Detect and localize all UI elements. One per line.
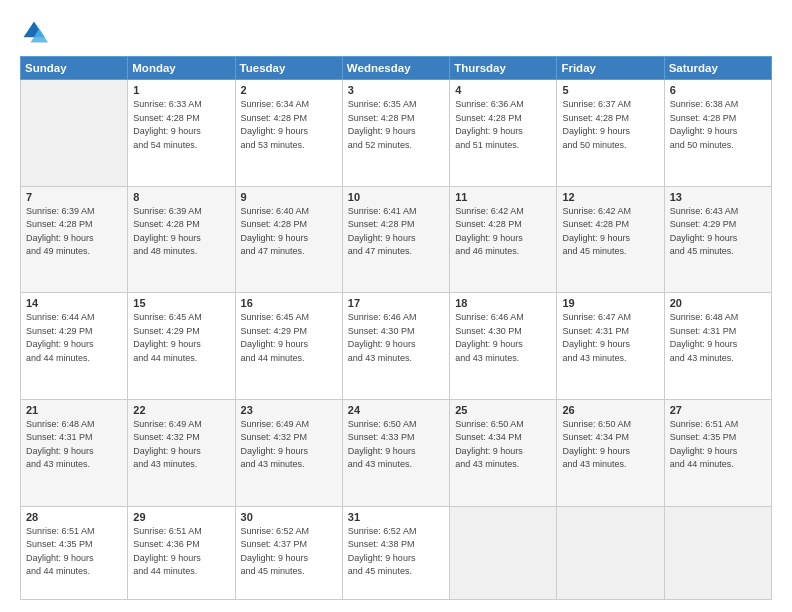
calendar-cell: 7Sunrise: 6:39 AM Sunset: 4:28 PM Daylig… — [21, 186, 128, 293]
day-header-tuesday: Tuesday — [235, 57, 342, 80]
day-info: Sunrise: 6:47 AM Sunset: 4:31 PM Dayligh… — [562, 311, 658, 365]
calendar-cell: 5Sunrise: 6:37 AM Sunset: 4:28 PM Daylig… — [557, 80, 664, 187]
calendar-cell: 22Sunrise: 6:49 AM Sunset: 4:32 PM Dayli… — [128, 399, 235, 506]
calendar-cell: 17Sunrise: 6:46 AM Sunset: 4:30 PM Dayli… — [342, 293, 449, 400]
day-info: Sunrise: 6:40 AM Sunset: 4:28 PM Dayligh… — [241, 205, 337, 259]
calendar-cell: 28Sunrise: 6:51 AM Sunset: 4:35 PM Dayli… — [21, 506, 128, 599]
day-info: Sunrise: 6:38 AM Sunset: 4:28 PM Dayligh… — [670, 98, 766, 152]
day-header-monday: Monday — [128, 57, 235, 80]
calendar-cell — [557, 506, 664, 599]
calendar-cell: 8Sunrise: 6:39 AM Sunset: 4:28 PM Daylig… — [128, 186, 235, 293]
calendar-cell: 24Sunrise: 6:50 AM Sunset: 4:33 PM Dayli… — [342, 399, 449, 506]
day-info: Sunrise: 6:50 AM Sunset: 4:34 PM Dayligh… — [455, 418, 551, 472]
calendar-cell: 20Sunrise: 6:48 AM Sunset: 4:31 PM Dayli… — [664, 293, 771, 400]
day-number: 2 — [241, 84, 337, 96]
day-info: Sunrise: 6:49 AM Sunset: 4:32 PM Dayligh… — [241, 418, 337, 472]
day-number: 27 — [670, 404, 766, 416]
calendar-cell: 29Sunrise: 6:51 AM Sunset: 4:36 PM Dayli… — [128, 506, 235, 599]
day-number: 6 — [670, 84, 766, 96]
calendar-cell: 2Sunrise: 6:34 AM Sunset: 4:28 PM Daylig… — [235, 80, 342, 187]
calendar-week-2: 7Sunrise: 6:39 AM Sunset: 4:28 PM Daylig… — [21, 186, 772, 293]
day-header-friday: Friday — [557, 57, 664, 80]
logo — [20, 18, 52, 46]
day-number: 18 — [455, 297, 551, 309]
day-number: 22 — [133, 404, 229, 416]
calendar-cell: 15Sunrise: 6:45 AM Sunset: 4:29 PM Dayli… — [128, 293, 235, 400]
day-number: 28 — [26, 511, 122, 523]
calendar-cell: 9Sunrise: 6:40 AM Sunset: 4:28 PM Daylig… — [235, 186, 342, 293]
day-info: Sunrise: 6:51 AM Sunset: 4:35 PM Dayligh… — [670, 418, 766, 472]
day-number: 7 — [26, 191, 122, 203]
calendar-cell: 4Sunrise: 6:36 AM Sunset: 4:28 PM Daylig… — [450, 80, 557, 187]
calendar-cell: 12Sunrise: 6:42 AM Sunset: 4:28 PM Dayli… — [557, 186, 664, 293]
day-number: 26 — [562, 404, 658, 416]
calendar-cell: 16Sunrise: 6:45 AM Sunset: 4:29 PM Dayli… — [235, 293, 342, 400]
day-info: Sunrise: 6:50 AM Sunset: 4:34 PM Dayligh… — [562, 418, 658, 472]
calendar-cell: 13Sunrise: 6:43 AM Sunset: 4:29 PM Dayli… — [664, 186, 771, 293]
calendar-cell — [450, 506, 557, 599]
day-number: 17 — [348, 297, 444, 309]
day-info: Sunrise: 6:44 AM Sunset: 4:29 PM Dayligh… — [26, 311, 122, 365]
day-number: 24 — [348, 404, 444, 416]
day-info: Sunrise: 6:43 AM Sunset: 4:29 PM Dayligh… — [670, 205, 766, 259]
day-number: 31 — [348, 511, 444, 523]
calendar-cell: 11Sunrise: 6:42 AM Sunset: 4:28 PM Dayli… — [450, 186, 557, 293]
day-number: 1 — [133, 84, 229, 96]
day-number: 10 — [348, 191, 444, 203]
day-number: 21 — [26, 404, 122, 416]
calendar-cell — [21, 80, 128, 187]
day-number: 20 — [670, 297, 766, 309]
day-number: 15 — [133, 297, 229, 309]
day-header-sunday: Sunday — [21, 57, 128, 80]
calendar-cell: 30Sunrise: 6:52 AM Sunset: 4:37 PM Dayli… — [235, 506, 342, 599]
day-info: Sunrise: 6:42 AM Sunset: 4:28 PM Dayligh… — [455, 205, 551, 259]
day-number: 19 — [562, 297, 658, 309]
calendar-cell: 21Sunrise: 6:48 AM Sunset: 4:31 PM Dayli… — [21, 399, 128, 506]
header — [20, 18, 772, 46]
calendar-cell: 14Sunrise: 6:44 AM Sunset: 4:29 PM Dayli… — [21, 293, 128, 400]
day-number: 23 — [241, 404, 337, 416]
day-info: Sunrise: 6:39 AM Sunset: 4:28 PM Dayligh… — [26, 205, 122, 259]
calendar-table: SundayMondayTuesdayWednesdayThursdayFrid… — [20, 56, 772, 600]
day-info: Sunrise: 6:36 AM Sunset: 4:28 PM Dayligh… — [455, 98, 551, 152]
day-number: 12 — [562, 191, 658, 203]
day-number: 29 — [133, 511, 229, 523]
calendar-cell: 31Sunrise: 6:52 AM Sunset: 4:38 PM Dayli… — [342, 506, 449, 599]
page: SundayMondayTuesdayWednesdayThursdayFrid… — [0, 0, 792, 612]
calendar-cell: 25Sunrise: 6:50 AM Sunset: 4:34 PM Dayli… — [450, 399, 557, 506]
day-number: 30 — [241, 511, 337, 523]
day-info: Sunrise: 6:46 AM Sunset: 4:30 PM Dayligh… — [455, 311, 551, 365]
day-header-wednesday: Wednesday — [342, 57, 449, 80]
day-info: Sunrise: 6:35 AM Sunset: 4:28 PM Dayligh… — [348, 98, 444, 152]
day-header-thursday: Thursday — [450, 57, 557, 80]
day-info: Sunrise: 6:37 AM Sunset: 4:28 PM Dayligh… — [562, 98, 658, 152]
day-info: Sunrise: 6:41 AM Sunset: 4:28 PM Dayligh… — [348, 205, 444, 259]
calendar-week-4: 21Sunrise: 6:48 AM Sunset: 4:31 PM Dayli… — [21, 399, 772, 506]
day-info: Sunrise: 6:50 AM Sunset: 4:33 PM Dayligh… — [348, 418, 444, 472]
calendar-week-3: 14Sunrise: 6:44 AM Sunset: 4:29 PM Dayli… — [21, 293, 772, 400]
day-number: 5 — [562, 84, 658, 96]
day-info: Sunrise: 6:45 AM Sunset: 4:29 PM Dayligh… — [133, 311, 229, 365]
calendar-cell: 1Sunrise: 6:33 AM Sunset: 4:28 PM Daylig… — [128, 80, 235, 187]
day-info: Sunrise: 6:51 AM Sunset: 4:36 PM Dayligh… — [133, 525, 229, 579]
day-info: Sunrise: 6:33 AM Sunset: 4:28 PM Dayligh… — [133, 98, 229, 152]
calendar-cell: 3Sunrise: 6:35 AM Sunset: 4:28 PM Daylig… — [342, 80, 449, 187]
day-number: 8 — [133, 191, 229, 203]
calendar-cell: 10Sunrise: 6:41 AM Sunset: 4:28 PM Dayli… — [342, 186, 449, 293]
calendar-week-1: 1Sunrise: 6:33 AM Sunset: 4:28 PM Daylig… — [21, 80, 772, 187]
calendar-cell: 27Sunrise: 6:51 AM Sunset: 4:35 PM Dayli… — [664, 399, 771, 506]
calendar-cell — [664, 506, 771, 599]
day-info: Sunrise: 6:34 AM Sunset: 4:28 PM Dayligh… — [241, 98, 337, 152]
day-info: Sunrise: 6:39 AM Sunset: 4:28 PM Dayligh… — [133, 205, 229, 259]
day-number: 14 — [26, 297, 122, 309]
day-info: Sunrise: 6:52 AM Sunset: 4:37 PM Dayligh… — [241, 525, 337, 579]
day-number: 3 — [348, 84, 444, 96]
calendar-cell: 26Sunrise: 6:50 AM Sunset: 4:34 PM Dayli… — [557, 399, 664, 506]
day-header-saturday: Saturday — [664, 57, 771, 80]
day-number: 11 — [455, 191, 551, 203]
day-number: 13 — [670, 191, 766, 203]
calendar-week-5: 28Sunrise: 6:51 AM Sunset: 4:35 PM Dayli… — [21, 506, 772, 599]
calendar-cell: 18Sunrise: 6:46 AM Sunset: 4:30 PM Dayli… — [450, 293, 557, 400]
calendar-cell: 23Sunrise: 6:49 AM Sunset: 4:32 PM Dayli… — [235, 399, 342, 506]
calendar-cell: 19Sunrise: 6:47 AM Sunset: 4:31 PM Dayli… — [557, 293, 664, 400]
